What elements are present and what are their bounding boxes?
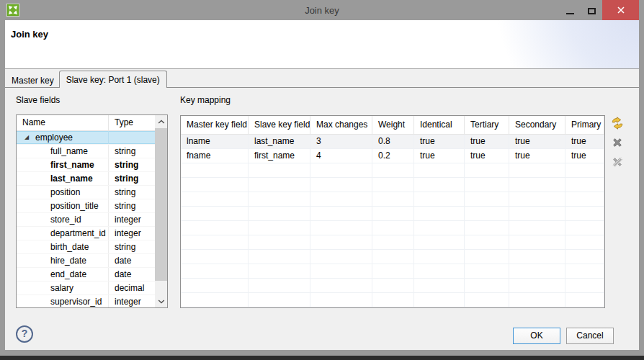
column-header-type[interactable]: Type xyxy=(109,115,155,130)
scroll-up-button[interactable] xyxy=(155,115,167,127)
tree-row-supervisor_id[interactable]: supervisor_idinteger xyxy=(17,295,155,308)
mapping-row[interactable] xyxy=(181,163,604,178)
remove-all-mappings-icon[interactable] xyxy=(611,156,624,168)
mapping-cell: fname xyxy=(181,149,249,163)
mapping-cell: first_name xyxy=(249,149,310,163)
ok-button[interactable]: OK xyxy=(513,328,560,344)
title-bar[interactable]: Join key xyxy=(0,0,644,20)
field-name: birth_date xyxy=(17,242,89,252)
column-header-slave-key-field[interactable]: Slave key field xyxy=(249,116,310,134)
mapping-cell: true xyxy=(565,149,604,163)
mapping-cell: 0.8 xyxy=(372,135,414,148)
mapping-cell: 3 xyxy=(310,135,372,148)
tree-row-full_name[interactable]: full_namestring xyxy=(17,145,155,158)
column-header-secondary[interactable]: Secondary xyxy=(509,116,565,134)
field-name: position_title xyxy=(17,201,99,211)
tree-row-department_id[interactable]: department_idinteger xyxy=(17,227,155,240)
scrollbar-thumb[interactable] xyxy=(155,128,167,281)
column-header-master-key-field[interactable]: Master key field xyxy=(181,116,249,134)
mapping-cell xyxy=(414,235,465,249)
banner-title: Join key xyxy=(11,29,48,40)
mapping-cell xyxy=(249,293,310,307)
mapping-row[interactable]: fnamefirst_name40.2truetruetruetrue xyxy=(181,149,604,163)
tree-row-employee[interactable]: ◢employee xyxy=(17,131,155,145)
mapping-cell xyxy=(372,163,414,177)
field-type-cell xyxy=(109,131,155,144)
maximize-button[interactable] xyxy=(581,0,602,20)
tree-row-hire_date[interactable]: hire_datedate xyxy=(17,254,155,268)
tab-slave-key[interactable]: Slave key: Port 1 (slave) xyxy=(59,71,167,88)
mapping-cell xyxy=(372,293,414,307)
mapping-row[interactable] xyxy=(181,235,604,250)
mapping-cell: 4 xyxy=(310,149,372,163)
mapping-cell xyxy=(372,235,414,249)
field-name-cell: full_name xyxy=(17,145,109,158)
key-mapping-header: Master key fieldSlave key fieldMax chang… xyxy=(181,116,604,135)
tree-expander-icon[interactable]: ◢ xyxy=(24,134,29,141)
tree-row-store_id[interactable]: store_idinteger xyxy=(17,213,155,227)
field-type-cell: date xyxy=(109,268,155,281)
column-header-name[interactable]: Name xyxy=(17,115,109,130)
mapping-cell xyxy=(310,207,372,220)
mapping-row[interactable] xyxy=(181,207,604,221)
mapping-cell xyxy=(372,192,414,206)
mapping-cell: true xyxy=(509,149,565,163)
field-type-cell: string xyxy=(109,158,155,171)
column-header-tertiary[interactable]: Tertiary xyxy=(465,116,509,134)
minimize-button[interactable] xyxy=(559,0,581,20)
field-name: hire_date xyxy=(17,256,86,266)
mapping-row[interactable] xyxy=(181,178,604,192)
mapping-row[interactable] xyxy=(181,221,604,235)
tree-row-end_date[interactable]: end_datedate xyxy=(17,268,155,282)
mapping-cell xyxy=(509,192,565,206)
key-mapping-rows: lnamelast_name30.8truetruetruetruefnamef… xyxy=(181,135,604,307)
mapping-cell xyxy=(509,293,565,307)
field-type-cell: string xyxy=(109,145,155,158)
tree-row-last_name[interactable]: last_namestring xyxy=(17,172,155,186)
help-button[interactable]: ? xyxy=(16,325,33,343)
mapping-cell: lname xyxy=(181,135,249,148)
column-header-identical[interactable]: Identical xyxy=(414,116,465,134)
field-name-cell: salary xyxy=(17,282,109,294)
mapping-cell xyxy=(372,250,414,264)
mapping-cell: true xyxy=(414,149,465,163)
column-header-primary[interactable]: Primary xyxy=(565,116,604,134)
scroll-down-button[interactable] xyxy=(155,295,167,307)
key-mapping-label: Key mapping xyxy=(180,95,231,105)
mapping-cell xyxy=(509,279,565,292)
mapping-row[interactable]: lnamelast_name30.8truetruetruetrue xyxy=(181,135,604,149)
mapping-cell xyxy=(565,235,604,249)
mapping-row[interactable] xyxy=(181,264,604,279)
mapping-cell xyxy=(249,264,310,278)
tab-master-key[interactable]: Master key xyxy=(6,73,59,88)
remove-mapping-icon[interactable] xyxy=(611,136,624,149)
mapping-cell xyxy=(181,293,249,307)
tree-row-position_title[interactable]: position_titlestring xyxy=(17,199,155,213)
mapping-row[interactable] xyxy=(181,293,604,307)
mapping-row[interactable] xyxy=(181,279,604,293)
mapping-cell xyxy=(414,250,465,264)
field-name: supervisor_id xyxy=(17,297,102,307)
tree-row-first_name[interactable]: first_namestring xyxy=(17,158,155,172)
column-header-max-changes[interactable]: Max changes xyxy=(310,116,372,134)
auto-mapping-icon[interactable] xyxy=(611,117,624,130)
close-button[interactable] xyxy=(602,0,639,20)
mapping-cell xyxy=(465,235,509,249)
vertical-scrollbar[interactable] xyxy=(155,115,167,307)
mapping-row[interactable] xyxy=(181,250,604,264)
mapping-cell xyxy=(509,178,565,192)
tree-row-salary[interactable]: salarydecimal xyxy=(17,282,155,295)
cancel-button[interactable]: Cancel xyxy=(566,328,614,344)
mapping-cell: true xyxy=(565,135,604,148)
tree-row-birth_date[interactable]: birth_datestring xyxy=(17,240,155,254)
mapping-cell xyxy=(310,235,372,249)
column-header-weight[interactable]: Weight xyxy=(372,116,414,134)
mapping-actions xyxy=(611,117,625,175)
mapping-cell xyxy=(465,279,509,292)
mapping-cell xyxy=(181,279,249,292)
mapping-cell xyxy=(249,163,310,177)
field-name: store_id xyxy=(17,215,81,225)
tree-row-position[interactable]: positionstring xyxy=(17,186,155,199)
mapping-cell xyxy=(181,235,249,249)
mapping-row[interactable] xyxy=(181,192,604,207)
